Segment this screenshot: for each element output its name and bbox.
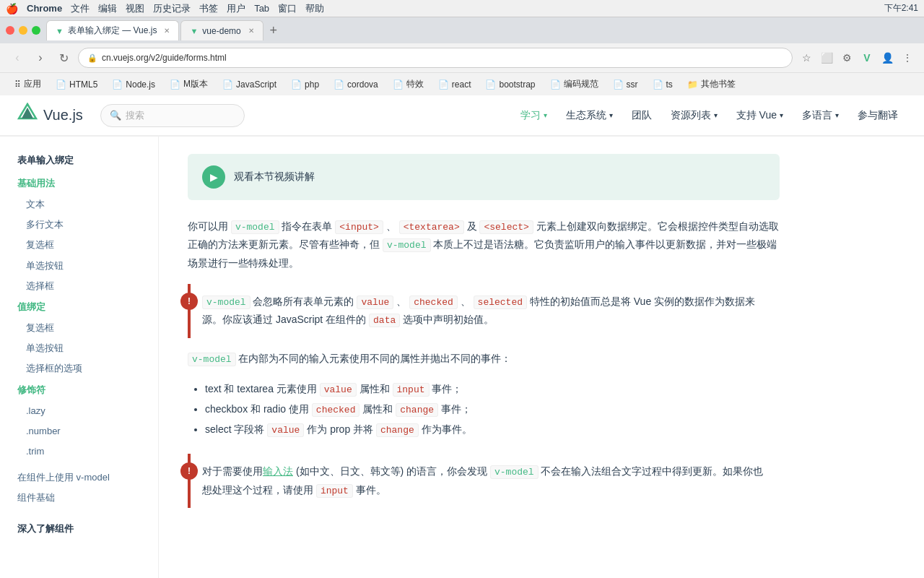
maximize-window-button[interactable] xyxy=(32,26,40,35)
macos-menubar: 🍎 Chrome 文件 编辑 视图 历史记录 书签 用户 Tab 窗口 帮助 下… xyxy=(0,0,924,17)
menu-view[interactable]: 视图 xyxy=(126,2,144,15)
site-header: Vue.js 🔍 搜索 学习 ▾ 生态系统 ▾ 团队 资源列表 xyxy=(0,96,924,136)
bookmark-ssr[interactable]: 📄 ssr xyxy=(607,78,644,91)
nav-ecosystem[interactable]: 生态系统 ▾ xyxy=(557,105,622,126)
input-method-link[interactable]: 输入法 xyxy=(263,465,293,477)
search-placeholder: 搜索 xyxy=(126,109,144,122)
tab-bar: ▼ 表单输入绑定 — Vue.js ✕ ▼ vue-demo ✕ + xyxy=(0,17,924,43)
new-tab-button[interactable]: + xyxy=(265,22,282,39)
menu-file[interactable]: 文件 xyxy=(71,2,90,15)
content-list: text 和 textarea 元素使用 value 属性和 input 事件；… xyxy=(188,379,780,439)
url-bar[interactable]: 🔒 cn.vuejs.org/v2/guide/forms.html xyxy=(78,48,793,68)
url-text: cn.vuejs.org/v2/guide/forms.html xyxy=(102,53,783,63)
sidebar-item-trim[interactable]: .trim xyxy=(0,441,158,462)
sidebar-item-select[interactable]: 选择框 xyxy=(0,276,158,296)
video-banner[interactable]: ▶ 观看本节视频讲解 xyxy=(188,154,780,200)
menu-history[interactable]: 历史记录 xyxy=(153,2,191,15)
reload-button[interactable]: ↻ xyxy=(55,49,72,66)
tab-close-2[interactable]: ✕ xyxy=(248,27,254,35)
bookmark-nodejs[interactable]: 📄 Node.js xyxy=(106,78,161,91)
sidebar-item-text[interactable]: 文本 xyxy=(0,194,158,215)
sidebar-group-binding[interactable]: 值绑定 xyxy=(0,296,158,318)
bookmark-effects[interactable]: 📄 特效 xyxy=(387,77,430,92)
bookmark-ts[interactable]: 📄 ts xyxy=(647,78,679,91)
tab-close-1[interactable]: ✕ xyxy=(164,27,170,35)
back-button[interactable]: ‹ xyxy=(9,49,26,66)
menu-help[interactable]: 帮助 xyxy=(305,2,324,15)
header-nav: 学习 ▾ 生态系统 ▾ 团队 资源列表 ▾ 支持 Vue ▾ xyxy=(512,105,907,126)
sidebar-item-checkbox[interactable]: 复选框 xyxy=(0,235,158,255)
menu-tab[interactable]: Tab xyxy=(254,3,269,14)
warning-block-1: ! v-model 会忽略所有表单元素的 value 、 checked 、 s… xyxy=(188,284,780,338)
menu-window[interactable]: 窗口 xyxy=(278,2,297,15)
menubar-right: 下午2:41 xyxy=(884,2,918,14)
sidebar-item-number[interactable]: .number xyxy=(0,421,158,441)
menubar-left: 🍎 Chrome 文件 编辑 视图 历史记录 书签 用户 Tab 窗口 帮助 xyxy=(6,2,324,15)
nav-team[interactable]: 团队 xyxy=(623,105,661,126)
sidebar-item-textarea[interactable]: 多行文本 xyxy=(0,215,158,235)
minimize-window-button[interactable] xyxy=(19,26,27,35)
paragraph-1: 你可以用 v-model 指令在表单 <input> 、 <textarea> … xyxy=(188,217,780,272)
menu-edit[interactable]: 编辑 xyxy=(98,2,117,15)
extension-icon[interactable]: ⚙ xyxy=(839,50,855,66)
paragraph-2: v-model 在内部为不同的输入元素使用不同的属性并抛出不同的事件： xyxy=(188,350,780,368)
sidebar-item-component-basics[interactable]: 组件基础 xyxy=(0,488,158,508)
sidebar-item-lazy[interactable]: .lazy xyxy=(0,401,158,421)
nav-resources[interactable]: 资源列表 ▾ xyxy=(662,105,726,126)
bookmark-star-icon[interactable]: ☆ xyxy=(798,50,814,66)
warning-icon-2: ! xyxy=(180,462,198,480)
sidebar-item-binding-checkbox[interactable]: 复选框 xyxy=(0,318,158,338)
tab-title-2: vue-demo xyxy=(202,26,240,36)
bookmark-apps[interactable]: ⠿ 应用 xyxy=(9,77,47,92)
bookmark-react[interactable]: 📄 react xyxy=(432,78,477,91)
sidebar-item-radio[interactable]: 单选按钮 xyxy=(0,256,158,276)
vue-logo[interactable]: Vue.js xyxy=(17,103,83,128)
menu-dots-icon[interactable]: ⋮ xyxy=(899,50,915,66)
menu-chrome[interactable]: Chrome xyxy=(27,3,62,14)
chevron-down-icon: ▾ xyxy=(714,111,718,119)
bookmark-html5[interactable]: 📄 HTML5 xyxy=(50,78,103,91)
nav-translate[interactable]: 参与翻译 xyxy=(849,105,907,126)
nav-language[interactable]: 多语言 ▾ xyxy=(793,105,847,126)
bookmark-cordova[interactable]: 📄 cordova xyxy=(328,78,384,91)
bookmark-javascript[interactable]: 📄 JavaScript xyxy=(217,78,282,91)
menu-bookmarks[interactable]: 书签 xyxy=(199,2,218,15)
tab-favicon-1: ▼ xyxy=(56,27,64,35)
nav-language-label: 多语言 xyxy=(802,109,832,122)
screenshot-icon[interactable]: ⬜ xyxy=(819,50,834,66)
bookmark-php[interactable]: 📄 php xyxy=(285,78,325,91)
forward-button[interactable]: › xyxy=(32,49,49,66)
lock-icon: 🔒 xyxy=(87,53,97,63)
sidebar-item-binding-radio[interactable]: 单选按钮 xyxy=(0,338,158,358)
bookmark-others[interactable]: 📁 其他书签 xyxy=(681,77,741,92)
bookmark-bootstrap[interactable]: 📄 bootstrap xyxy=(479,78,541,91)
bookmark-codestyle[interactable]: 📄 编码规范 xyxy=(544,77,604,92)
play-button[interactable]: ▶ xyxy=(202,165,225,189)
bookmark-mversion-label: M版本 xyxy=(183,78,208,90)
vue-devtools-icon[interactable]: V xyxy=(859,50,875,66)
tab-forms[interactable]: ▼ 表单输入绑定 — Vue.js ✕ xyxy=(46,20,179,40)
html5-icon: 📄 xyxy=(56,79,66,90)
apple-menu[interactable]: 🍎 xyxy=(6,3,18,14)
list-item-1: text 和 textarea 元素使用 value 属性和 input 事件； xyxy=(205,379,780,400)
ts-icon: 📄 xyxy=(653,79,663,90)
bookmark-mversion[interactable]: 📄 M版本 xyxy=(164,77,214,92)
header-search[interactable]: 🔍 搜索 xyxy=(100,104,245,127)
menu-user[interactable]: 用户 xyxy=(227,2,245,15)
close-window-button[interactable] xyxy=(6,26,14,35)
sidebar-item-binding-select[interactable]: 选择框的选项 xyxy=(0,358,158,379)
chevron-down-icon: ▾ xyxy=(609,111,613,119)
bookmark-others-label: 其他书签 xyxy=(701,78,736,90)
sidebar-item-v-model-component[interactable]: 在组件上使用 v-model xyxy=(0,467,158,488)
sidebar-group-basics[interactable]: 基础用法 xyxy=(0,173,158,194)
bookmark-apps-label: 应用 xyxy=(24,78,41,90)
sidebar-group-modifiers[interactable]: 修饰符 xyxy=(0,379,158,401)
profile-icon[interactable]: 👤 xyxy=(879,50,895,66)
nav-support[interactable]: 支持 Vue ▾ xyxy=(728,105,792,126)
nav-learn[interactable]: 学习 ▾ xyxy=(512,105,556,126)
javascript-icon: 📄 xyxy=(222,79,233,90)
nav-resources-label: 资源列表 xyxy=(671,109,711,122)
tab-favicon-2: ▼ xyxy=(190,27,198,35)
ssr-icon: 📄 xyxy=(613,79,624,90)
tab-vue-demo[interactable]: ▼ vue-demo ✕ xyxy=(180,20,263,40)
